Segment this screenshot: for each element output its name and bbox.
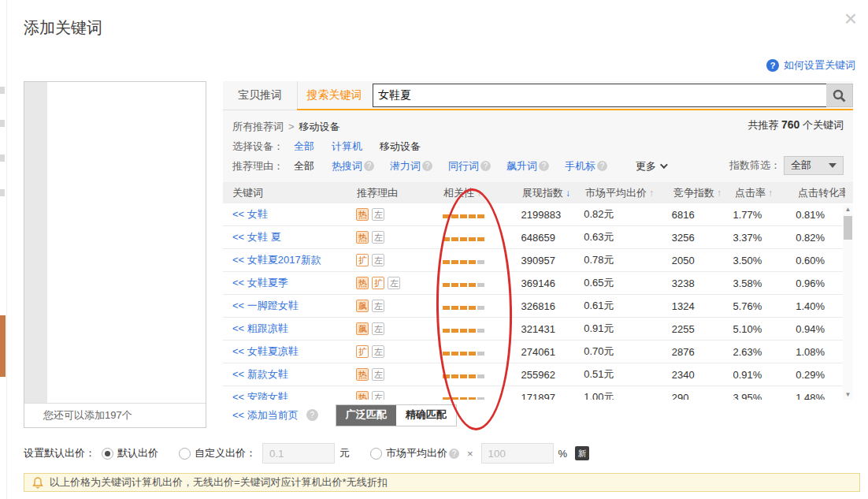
table-row[interactable]: << 女鞋夏2017新款扩左3909570.78元20503.50%0.60%	[223, 249, 843, 272]
tab-bar: 宝贝推词 搜索关键词	[223, 81, 853, 110]
custom-bid-input[interactable]	[262, 443, 335, 464]
scrollbar-thumb[interactable]	[844, 216, 852, 240]
device-option-mobile[interactable]: 移动设备	[380, 140, 421, 154]
question-icon[interactable]: ?	[539, 161, 549, 171]
default-bid-option[interactable]: 默认出价	[102, 446, 158, 460]
market-bid-radio[interactable]	[370, 448, 382, 460]
column-header[interactable]: 推荐理由	[357, 186, 443, 200]
sort-up-icon[interactable]: ↑	[649, 188, 654, 199]
sort-up-icon[interactable]: ↑	[717, 188, 721, 199]
relevance-bar	[443, 369, 521, 381]
column-header[interactable]: 竞争指数↑	[673, 186, 735, 200]
sort-down-icon[interactable]: ↓	[566, 188, 570, 199]
market-bid-option[interactable]: 市场平均出价 ?	[370, 446, 459, 460]
reason-option-all[interactable]: 全部	[294, 159, 314, 173]
reason-option-hot[interactable]: 热搜词 ?	[332, 159, 374, 173]
keyword-link[interactable]: << 一脚蹬女鞋	[232, 299, 356, 313]
device-filter-row: 选择设备： 全部 计算机 移动设备	[232, 136, 844, 156]
help-link[interactable]: ? 如何设置关键词	[766, 58, 855, 73]
reason-option-potential[interactable]: 潜力词 ?	[390, 159, 432, 173]
question-icon[interactable]: ?	[449, 449, 459, 459]
column-header[interactable]: 点击转化率↑	[798, 186, 845, 200]
keyword-link[interactable]: << 新款女鞋	[232, 367, 356, 382]
breadcrumb-root[interactable]: 所有推荐词	[232, 120, 284, 134]
filter-section: 所有推荐词 > 移动设备 共推荐 760 个关键词 选择设备： 全部 计算机 移…	[223, 110, 853, 182]
more-filters-button[interactable]: 更多	[636, 159, 666, 173]
ctr-cell: 2.63%	[733, 346, 796, 358]
table-row[interactable]: << 安踏女鞋热左1718971.00元2903.95%1.48%	[223, 386, 843, 400]
question-icon[interactable]: ?	[364, 161, 374, 171]
keyword-link[interactable]: << 女鞋夏凉鞋	[232, 344, 356, 359]
question-icon[interactable]: ?	[306, 409, 318, 421]
reason-option-label: 热搜词	[332, 159, 362, 173]
relevance-segment	[460, 352, 467, 356]
selected-keywords-panel: 您还可以添加197个	[24, 81, 206, 428]
reason-option-soaring[interactable]: 飙升词 ?	[506, 159, 549, 173]
keyword-link[interactable]: << 安踏女鞋	[232, 390, 356, 400]
device-option-pc[interactable]: 计算机	[332, 140, 362, 154]
keyword-cell: << 女鞋夏2017新款	[232, 253, 356, 267]
tab-search-keyword[interactable]: 搜索关键词	[297, 81, 371, 110]
device-option-all[interactable]: 全部	[294, 140, 314, 154]
close-icon[interactable]: ×	[844, 8, 857, 30]
edge-fragment	[0, 87, 5, 94]
keyword-link[interactable]: << 女鞋	[232, 207, 356, 222]
reason-option-mobile-tag[interactable]: 手机标 ?	[565, 159, 607, 173]
relevance-segment	[477, 352, 484, 356]
ctr-cell: 3.37%	[733, 232, 796, 244]
avg-bid-cell: 0.91元	[584, 322, 672, 336]
relevance-segment	[451, 283, 458, 287]
add-current-page-link[interactable]: << 添加当前页	[232, 408, 299, 423]
scroll-up-icon[interactable]: ▲	[843, 205, 853, 214]
table-row[interactable]: << 女鞋热左21998830.82元68161.77%0.81%	[223, 203, 843, 226]
table-row[interactable]: << 新款女鞋热左2559620.51元23400.91%0.29%	[223, 363, 843, 386]
table-row[interactable]: << 女鞋 夏热左6486590.63元32563.37%0.82%	[223, 226, 843, 249]
exact-match-button[interactable]: 精确匹配	[396, 405, 456, 426]
relevance-segment	[469, 214, 476, 218]
search-box	[373, 81, 853, 110]
column-header[interactable]: 关键词	[232, 186, 357, 200]
broad-match-button[interactable]: 广泛匹配	[336, 405, 396, 426]
default-bid-radio[interactable]	[102, 448, 113, 460]
reason-cell: 扩左	[356, 254, 443, 266]
keyword-link[interactable]: << 女鞋夏2017新款	[232, 253, 356, 267]
question-icon[interactable]: ?	[597, 161, 607, 171]
custom-bid-option[interactable]: 自定义出价：	[179, 446, 256, 460]
scroll-down-icon[interactable]: ▼	[843, 390, 853, 400]
column-header[interactable]: 点击率↑	[735, 186, 798, 200]
tab-item-recommend[interactable]: 宝贝推词	[223, 81, 297, 110]
sort-up-icon[interactable]: ↑	[477, 188, 481, 199]
relevance-segment	[460, 397, 467, 400]
question-icon[interactable]: ?	[480, 161, 491, 171]
table-row[interactable]: << 粗跟凉鞋飙左3214310.91元22555.10%0.94%	[223, 318, 843, 341]
reason-option-peer[interactable]: 同行词 ?	[448, 159, 491, 173]
column-header[interactable]: 展现指数↓	[522, 186, 585, 200]
custom-bid-radio[interactable]	[179, 448, 191, 460]
column-header-label: 推荐理由	[357, 186, 398, 200]
index-filter-dropdown[interactable]: 全部	[784, 156, 844, 175]
relevance-segment	[443, 352, 450, 356]
market-multiplier-input[interactable]	[481, 443, 554, 464]
table-row[interactable]: << 一脚蹬女鞋飙左3268160.61元13245.76%1.40%	[223, 295, 843, 318]
search-input[interactable]	[373, 84, 826, 107]
question-icon[interactable]: ?	[422, 161, 432, 171]
sort-up-icon[interactable]: ↑	[768, 188, 773, 199]
relevance-segment	[443, 397, 450, 400]
search-icon	[833, 89, 846, 102]
table-scrollbar[interactable]: ▲ ▼	[843, 205, 853, 400]
ctr-cell: 1.77%	[733, 209, 796, 221]
column-header-label: 点击转化率	[798, 186, 845, 200]
table-row[interactable]: << 女鞋夏凉鞋扩左2740610.70元28762.63%1.08%	[223, 341, 843, 363]
keyword-link[interactable]: << 女鞋夏季	[232, 276, 356, 290]
keyword-link[interactable]: << 女鞋 夏	[232, 230, 356, 244]
avg-bid-cell: 0.78元	[584, 253, 672, 267]
relevance-segment	[443, 283, 450, 287]
breadcrumb-current: 移动设备	[299, 120, 340, 134]
search-button[interactable]	[826, 84, 853, 107]
keyword-link[interactable]: << 粗跟凉鞋	[232, 322, 356, 336]
column-header[interactable]: 市场平均出价↑	[585, 186, 673, 200]
relevance-segment	[469, 306, 476, 310]
table-row[interactable]: << 女鞋夏季热扩左3691460.65元32383.58%0.96%	[223, 272, 843, 295]
badge-left-icon: 左	[372, 322, 384, 335]
column-header[interactable]: 相关性↑	[443, 186, 522, 200]
